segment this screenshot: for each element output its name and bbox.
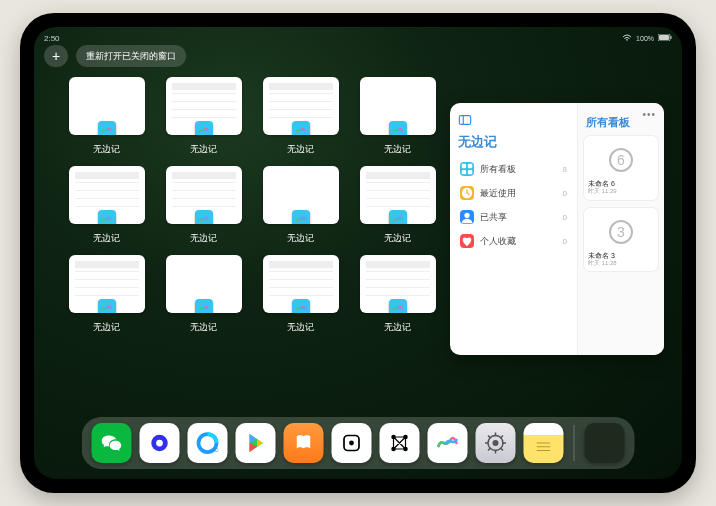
category-label: 所有看板 [480,163,516,176]
app-switcher-card[interactable]: 无边记 [62,77,151,156]
preview-category-item[interactable]: 个人收藏0 [458,229,569,253]
dock-app-dice[interactable] [332,423,372,463]
freeform-app-icon [292,299,310,313]
svg-line-37 [488,448,491,451]
freeform-app-icon [98,210,116,224]
svg-rect-7 [462,170,466,174]
board-meta: 未命名 3昨天 11:28 [588,252,654,268]
board-canvas: 3 [588,212,654,252]
dock: HD [82,417,635,469]
app-card-label: 无边记 [384,232,411,245]
svg-line-36 [500,436,503,439]
freeform-app-icon [292,121,310,135]
app-switcher-card[interactable]: 无边记 [353,255,442,334]
svg-rect-8 [468,170,472,174]
plus-icon: + [52,49,60,63]
app-card-label: 无边记 [287,321,314,334]
wifi-icon [622,34,632,43]
ipad-screen: 2:50 100% + 重新打开已关闭的窗口 无边记无边记无边记无边记无边记无边… [34,27,682,479]
app-card-label: 无边记 [190,143,217,156]
board-date: 昨天 11:28 [588,260,654,267]
svg-text:3: 3 [617,224,625,240]
freeform-app-icon [292,210,310,224]
preview-sidebar: 无边记 所有看板8最近使用0已共享0个人收藏0 [450,103,578,355]
board-canvas: 6 [588,140,654,180]
svg-rect-3 [459,116,470,125]
status-time: 2:50 [44,34,60,43]
preview-category-item[interactable]: 最近使用0 [458,181,569,205]
app-switcher-card[interactable]: 无边记 [159,255,248,334]
app-switcher-card[interactable]: 无边记 [62,166,151,245]
app-card-label: 无边记 [93,321,120,334]
dock-app-play[interactable] [236,423,276,463]
freeform-app-icon [195,121,213,135]
new-window-button[interactable]: + [44,45,68,67]
app-card-label: 无边记 [93,143,120,156]
svg-point-38 [493,440,499,446]
ellipsis-icon[interactable]: ••• [642,109,656,120]
app-switcher-card[interactable]: 无边记 [256,255,345,334]
app-thumbnail [166,166,242,224]
app-card-label: 无边记 [287,143,314,156]
dock-app-notes[interactable] [524,423,564,463]
svg-rect-2 [671,36,672,39]
dock-app-settings[interactable] [476,423,516,463]
dock-app-books[interactable] [284,423,324,463]
freeform-app-icon [98,121,116,135]
svg-text:6: 6 [617,152,625,168]
svg-point-10 [464,213,469,218]
app-switcher-card[interactable]: 无边记 [159,166,248,245]
board-date: 昨天 11:29 [588,188,654,195]
preview-category-item[interactable]: 所有看板8 [458,157,569,181]
preview-category-item[interactable]: 已共享0 [458,205,569,229]
top-controls: + 重新打开已关闭的窗口 [44,45,186,67]
app-switcher-card[interactable]: 无边记 [353,77,442,156]
freeform-app-icon [98,299,116,313]
category-count: 8 [563,165,567,174]
svg-line-34 [488,436,491,439]
person-icon [460,210,474,224]
freeform-app-icon [389,210,407,224]
category-count: 0 [563,189,567,198]
category-count: 0 [563,237,567,246]
app-card-label: 无边记 [93,232,120,245]
app-card-label: 无边记 [384,143,411,156]
board-thumbnail[interactable]: 6未命名 6昨天 11:29 [584,136,658,200]
sidebar-toggle-icon[interactable] [458,113,472,127]
dock-app-folder[interactable] [585,423,625,463]
app-switcher-card[interactable]: 无边记 [62,255,151,334]
app-switcher-card[interactable]: 无边记 [353,166,442,245]
ipad-frame: 2:50 100% + 重新打开已关闭的窗口 无边记无边记无边记无边记无边记无边… [20,13,696,493]
app-thumbnail [360,255,436,313]
freeform-app-icon [389,299,407,313]
dock-app-wechat[interactable] [92,423,132,463]
app-card-label: 无边记 [384,321,411,334]
svg-line-35 [500,448,503,451]
app-thumbnail [166,255,242,313]
grid-icon [460,162,474,176]
app-card-label: 无边记 [287,232,314,245]
heart-icon [460,234,474,248]
app-switcher-card[interactable]: 无边记 [256,77,345,156]
freeform-preview-card[interactable]: ••• 无边记 所有看板8最近使用0已共享0个人收藏0 所有看板 6未命名 6昨… [450,103,664,355]
app-switcher-card[interactable]: 无边记 [159,77,248,156]
freeform-app-icon [195,299,213,313]
dock-app-freeform[interactable] [428,423,468,463]
category-count: 0 [563,213,567,222]
app-switcher-card[interactable]: 无边记 [256,166,345,245]
clock-icon [460,186,474,200]
svg-point-16 [156,440,163,447]
app-thumbnail [360,166,436,224]
app-switcher-grid: 无边记无边记无边记无边记无边记无边记无边记无边记无边记无边记无边记无边记 [62,77,442,409]
freeform-app-icon [195,210,213,224]
svg-marker-22 [257,439,263,447]
board-meta: 未命名 6昨天 11:29 [588,180,654,196]
board-thumbnail[interactable]: 3未命名 3昨天 11:28 [584,208,658,272]
svg-rect-6 [468,164,472,168]
app-thumbnail [166,77,242,135]
reopen-closed-window-button[interactable]: 重新打开已关闭的窗口 [76,45,186,67]
app-card-label: 无边记 [190,321,217,334]
dock-app-quark[interactable] [140,423,180,463]
dock-app-graph[interactable] [380,423,420,463]
dock-app-qqbrowser[interactable]: HD [188,423,228,463]
